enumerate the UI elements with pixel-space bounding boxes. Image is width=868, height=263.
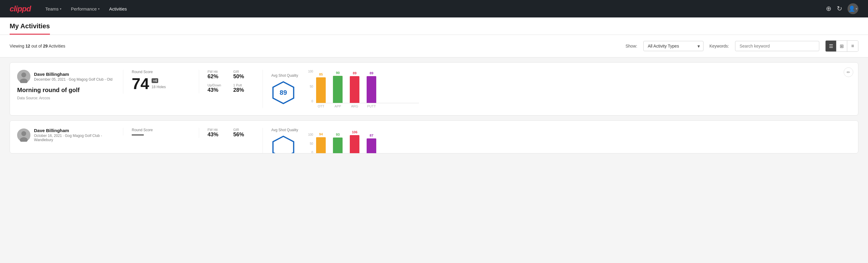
bar-arg-rect [350,76,360,103]
bar-putt-rect-2 [367,139,376,153]
stat-label: Up/Down [208,83,227,87]
bar-value-arg: 89 [353,71,356,75]
avg-shot-quality-section: Avg Shot Quality 89 100 50 [262,70,419,108]
bar-groups-2: 94 93 106 87 [305,133,376,153]
bar-app-rect [333,76,343,103]
bar-arg: 89 [350,71,360,103]
bar-chart-2: 100 50 0 94 93 10 [305,133,419,153]
bar-ott-rect [316,77,326,103]
quality-title: Avg Shot Quality [271,74,298,78]
viewing-count-text: Viewing 12 out of 29 Activities [10,43,65,49]
stat-fw-hit: FW Hit 62% [208,70,227,80]
round-score-section-2: Round Score [123,128,189,136]
bar-app: 90 [333,71,343,103]
stat-value: 62% [208,74,227,80]
stat-value: 43% [208,87,227,93]
bar-arg-2: 106 [350,130,360,153]
user-details-2: Dave Billingham October 16, 2021 · Gog M… [34,128,114,142]
bars-area-2: 100 50 0 94 93 10 [305,133,419,153]
round-score-label: Round Score [132,70,189,74]
card-info: Dave Billingham December 05, 2021 · Gog … [17,70,114,100]
bar-label-app: APP [333,105,343,108]
activity-card-2: Dave Billingham October 16, 2021 · Gog M… [10,120,858,153]
user-name-2: Dave Billingham [34,128,114,133]
bar-label-ott: OTT [316,105,326,108]
filter-bar: Viewing 12 out of 29 Activities Show: Al… [0,35,868,57]
user-date-2: October 16, 2021 · Gog Magog Golf Club -… [34,134,114,142]
nav-teams[interactable]: Teams ▾ [45,4,61,14]
bar-ott-rect-2 [316,137,326,153]
user-name: Dave Billingham [34,71,113,77]
stat-grid-2: FW Hit 43% GIR 56% [199,128,253,138]
hex-score: 89 [280,89,287,96]
hexagon: 89 [271,81,298,105]
bar-ott-2: 94 [316,133,326,153]
stat-updown: Up/Down 43% [208,83,227,93]
avatar-2 [17,128,30,142]
edit-button[interactable]: ✏ [844,67,853,77]
stat-label: GIR [234,128,253,132]
card-info-2: Dave Billingham October 16, 2021 · Gog M… [17,128,114,146]
page-header: My Activities [0,18,868,35]
stat-label: 1 Putt [234,83,253,87]
activity-type-select-wrapper: All Activity Types [643,41,704,51]
bar-putt-rect [367,76,376,103]
stat-gir: GIR 50% [234,70,253,80]
user-row: Dave Billingham December 05, 2021 · Gog … [17,70,114,83]
hexagon-shape: 89 [271,81,296,105]
navbar: clippd Teams ▾ Performance ▾ Activities … [0,0,868,18]
quality-left: Avg Shot Quality 89 [271,74,298,105]
search-input[interactable] [735,41,819,51]
stat-label: GIR [234,70,253,74]
score-value: 74 [132,76,149,91]
bar-value-app-2: 93 [336,133,340,136]
quality-title-2: Avg Shot Quality [271,128,298,132]
chevron-down-icon: ▾ [60,7,61,10]
bar-ott: 85 [316,72,326,103]
user-avatar[interactable]: 👤 ▾ [847,3,858,14]
y-axis: 100 50 0 [305,70,314,103]
svg-point-1 [21,72,26,77]
stat-grid: FW Hit 62% GIR 50% Up/Down 43% 1 Putt 28… [199,70,253,93]
activity-type-select[interactable]: All Activity Types [643,41,704,51]
bar-value-ott: 85 [319,72,323,76]
bar-putt-2: 87 [367,134,376,153]
chevron-down-icon: ▾ [98,7,99,10]
nav-actions: ⊕ ↻ 👤 ▾ [826,3,858,14]
score-placeholder [132,135,144,136]
score-badge: +4 [152,78,158,83]
show-label: Show: [626,43,637,49]
stat-value: 43% [208,132,227,138]
bar-chart: 100 50 0 85 90 [305,70,419,108]
stat-fw-hit-2: FW Hit 43% [208,128,227,138]
hexagon-shape-2 [271,135,296,153]
nav-activities[interactable]: Activities [109,4,127,14]
bar-value-putt-2: 87 [370,134,373,137]
refresh-icon[interactable]: ↻ [837,5,842,12]
grid-view-button[interactable]: ⊞ [836,40,847,52]
list-detail-view-button[interactable]: ≡ [847,40,858,52]
add-icon[interactable]: ⊕ [826,5,831,12]
stat-label: FW Hit [208,70,227,74]
user-date: December 05, 2021 · Gog Magog Golf Club … [34,77,113,82]
chart-baseline [316,103,419,103]
list-compact-view-button[interactable]: ☰ [826,40,836,52]
bar-app-2: 93 [333,133,343,153]
avg-shot-quality-section-2: Avg Shot Quality 100 50 0 [262,128,419,153]
keywords-label: Keywords: [710,43,729,49]
bar-groups: 85 90 89 89 [305,70,376,103]
holes-text: 18 Holes [152,85,166,89]
data-source: Data Source: Arccos [17,96,114,100]
stat-1putt: 1 Putt 28% [234,83,253,93]
bar-value-arg-2: 106 [352,130,357,134]
logo: clippd [10,4,31,13]
view-buttons: ☰ ⊞ ≡ [825,40,858,52]
bar-value-app: 90 [336,71,340,75]
bars-area: 100 50 0 85 90 [305,70,419,103]
stat-value: 28% [234,87,253,93]
bar-labels: OTT APP ARG PUTT [305,105,419,108]
nav-performance[interactable]: Performance ▾ [71,4,99,14]
stat-value: 50% [234,74,253,80]
stat-gir-2: GIR 56% [234,128,253,138]
activity-cards-container: ✏ Dave Billingham December 05, 2021 · Go… [0,62,868,153]
